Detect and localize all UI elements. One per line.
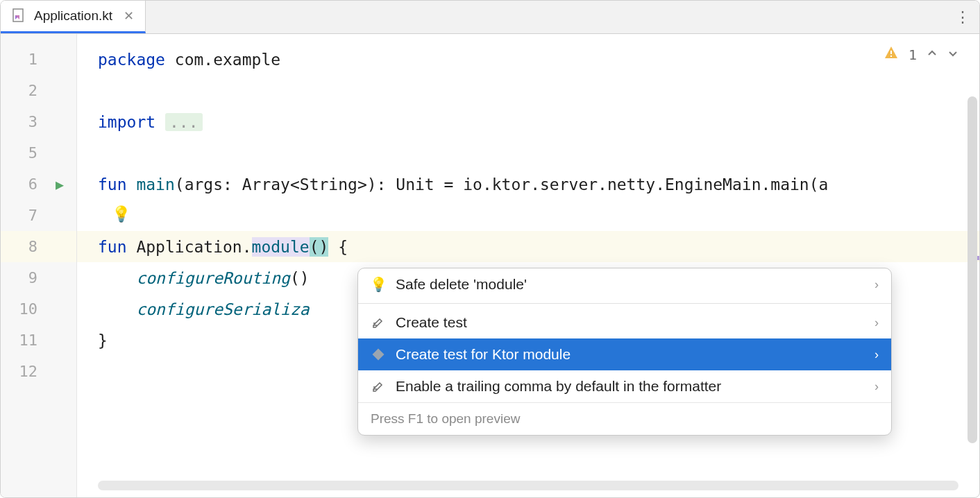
gutter-line-number[interactable]: 1: [1, 44, 76, 75]
chevron-right-icon: ›: [875, 347, 879, 362]
gutter-line-number[interactable]: 6 ▶: [1, 169, 76, 200]
code-line[interactable]: package com.example: [77, 44, 979, 75]
vertical-scrollbar[interactable]: [968, 96, 977, 443]
gutter-line-number[interactable]: 10: [1, 293, 76, 325]
more-options-icon[interactable]: ⋮: [955, 8, 970, 26]
editor-tab[interactable]: Application.kt ✕: [1, 1, 146, 33]
gutter-line-number[interactable]: 11: [1, 325, 76, 356]
intention-bulb-icon[interactable]: 💡: [112, 205, 130, 223]
chevron-right-icon: ›: [875, 379, 879, 394]
run-gutter-icon[interactable]: ▶: [56, 176, 64, 193]
intention-actions-popup: 💡 Safe delete 'module' › Create test › C…: [357, 268, 892, 436]
module-icon: [371, 347, 386, 362]
svg-rect-3: [373, 349, 385, 361]
pencil-icon: [371, 379, 386, 394]
close-icon[interactable]: ✕: [124, 8, 134, 24]
code-line[interactable]: [77, 137, 979, 169]
bulb-icon: 💡: [371, 277, 386, 292]
code-line[interactable]: + import ...: [77, 106, 979, 137]
gutter-line-number[interactable]: 7: [1, 200, 76, 231]
menu-item-trailing-comma[interactable]: Enable a trailing comma by default in th…: [358, 370, 891, 402]
gutter-line-number[interactable]: 9: [1, 262, 76, 293]
folded-region[interactable]: ...: [165, 113, 203, 131]
gutter-line-number[interactable]: 5: [1, 137, 76, 169]
menu-item-create-test[interactable]: Create test ›: [358, 307, 891, 338]
gutter: 1 2 3 5 6 ▶ 7 8 9 10 11 12: [1, 34, 77, 497]
menu-item-create-ktor-test[interactable]: Create test for Ktor module ›: [358, 338, 891, 370]
gutter-line-number[interactable]: 3: [1, 106, 76, 137]
code-line[interactable]: − fun Application.module() {: [77, 231, 979, 262]
tab-filename: Application.kt: [34, 8, 112, 24]
tab-bar: Application.kt ✕ ⋮: [1, 1, 979, 34]
pencil-icon: [371, 315, 386, 330]
chevron-right-icon: ›: [875, 277, 879, 292]
kotlin-file-icon: [12, 8, 27, 24]
code-line[interactable]: fun main(args: Array<String>): Unit = io…: [77, 169, 979, 200]
code-line[interactable]: [77, 75, 979, 106]
chevron-right-icon: ›: [875, 316, 879, 330]
gutter-line-number[interactable]: 12: [1, 356, 76, 387]
horizontal-scrollbar[interactable]: [98, 481, 958, 490]
menu-item-safe-delete[interactable]: 💡 Safe delete 'module' ›: [358, 268, 891, 300]
code-line[interactable]: 💡: [77, 200, 979, 231]
gutter-line-number[interactable]: 2: [1, 75, 76, 106]
menu-divider: [358, 303, 891, 304]
gutter-line-number[interactable]: 8: [1, 231, 76, 262]
menu-footer-hint: Press F1 to open preview: [358, 402, 891, 435]
